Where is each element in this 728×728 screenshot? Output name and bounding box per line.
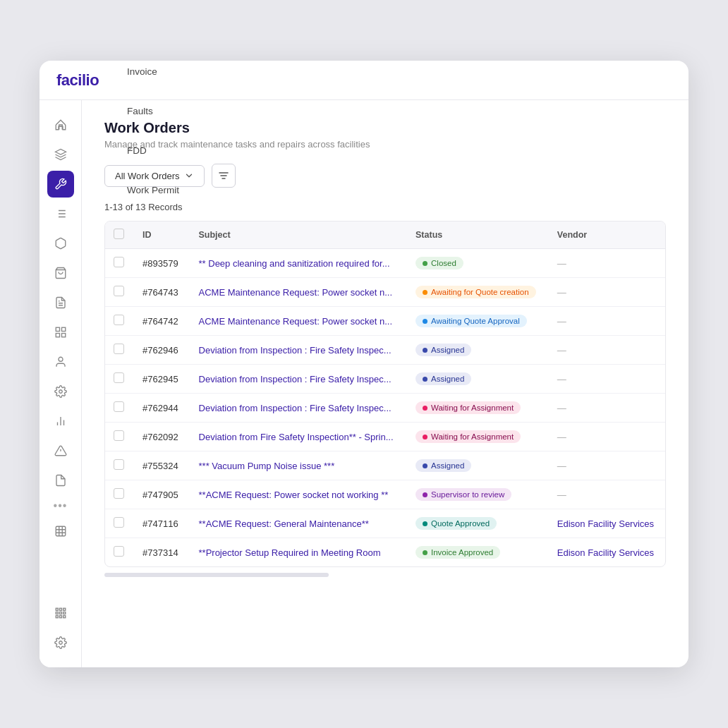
col-status[interactable]: Status [406,222,547,249]
header-checkbox[interactable] [114,229,124,239]
col-subject[interactable]: Subject [189,222,406,249]
filter-label: All Work Orders [115,171,180,181]
row-checkbox-cell [105,423,133,451]
sidebar-icon-8[interactable] [47,348,74,375]
row-checkbox[interactable] [114,315,124,325]
sidebar-icon-0[interactable] [47,111,74,138]
status-dot [423,319,427,324]
row-checkbox[interactable] [114,401,124,412]
table-row: #747116**ACME Request: General Maintenan… [105,509,665,538]
row-status: Waiting for Assignment [406,394,547,423]
filter-dropdown[interactable]: All Work Orders [104,165,205,187]
app-window: facilio Work OrdersPlanned MaintenanceJo… [40,61,688,667]
row-subject[interactable]: *** Vacuum Pump Noise issue *** [189,451,406,480]
svg-rect-11 [63,608,65,610]
sidebar-icon-5[interactable] [47,260,74,286]
svg-rect-16 [59,616,61,618]
status-dot [423,290,427,295]
sidebar-icon-1[interactable] [47,141,74,168]
row-subject[interactable]: Deviation from Inspection : Fire Safety … [189,365,406,394]
row-subject[interactable]: ACME Maintenance Request: Power socket n… [189,307,406,336]
vendor-link[interactable]: Edison Facility Services [557,547,654,558]
row-subject[interactable]: ** Deep cleaning and sanitization requir… [189,249,406,278]
vendor-link[interactable]: Edison Facility Services [557,518,654,529]
row-subject[interactable]: **ACME Request: General Maintenance** [189,509,406,538]
row-subject[interactable]: **Projector Setup Required in Meeting Ro… [189,538,406,567]
status-label: Waiting for Assignment [431,432,514,441]
row-subject[interactable]: Deviation from Inspection : Fire Safety … [189,394,406,423]
row-checkbox[interactable] [114,257,124,267]
row-checkbox[interactable] [114,372,124,383]
row-checkbox-cell [105,480,133,509]
row-checkbox-cell [105,307,133,336]
subject-link[interactable]: Deviation from Inspection : Fire Safety … [199,345,392,356]
filter-icon [218,170,229,181]
subject-link[interactable]: **Projector Setup Required in Meeting Ro… [199,547,381,558]
sidebar-icon-4[interactable] [47,230,74,257]
subject-link[interactable]: *** Vacuum Pump Noise issue *** [199,461,335,471]
sidebar-settings-icon[interactable] [47,629,74,656]
subject-link[interactable]: **ACME Request: Power socket not working… [199,490,389,500]
row-vendor: Edison Facility Services [547,509,665,538]
page-subtitle: Manage and track maintenance tasks and r… [104,139,666,150]
row-checkbox[interactable] [114,517,124,528]
main-content: Work Orders Manage and track maintenance… [82,100,688,667]
row-checkbox[interactable] [114,430,124,441]
col-id[interactable]: ID [133,222,189,249]
subject-link[interactable]: Deviation from Inspection : Fire Safety … [199,403,392,413]
table-row: #755324*** Vacuum Pump Noise issue ***As… [105,451,665,480]
sidebar-icon-7[interactable] [47,319,74,346]
subject-link[interactable]: Deviation from Inspection : Fire Safety … [199,374,392,384]
subject-link[interactable]: **ACME Request: General Maintenance** [199,518,369,529]
sidebar-icon-10[interactable] [47,408,74,435]
row-checkbox[interactable] [114,286,124,296]
status-label: Closed [431,259,456,267]
subject-link[interactable]: ACME Maintenance Request: Power socket n… [199,287,393,298]
row-checkbox[interactable] [114,344,124,354]
row-subject[interactable]: **ACME Request: Power socket not working… [189,480,406,509]
row-checkbox[interactable] [114,488,124,499]
row-status: Awaiting Quote Approval [406,307,547,336]
sidebar-icon-9[interactable] [47,378,74,405]
filter-icon-button[interactable] [212,164,236,188]
svg-point-4 [59,357,63,361]
row-status: Supervisor to review [406,480,547,509]
status-label: Waiting for Assignment [431,404,514,412]
sidebar: ••• [40,100,82,667]
table-row: #764743ACME Maintenance Request: Power s… [105,278,665,307]
subject-link[interactable]: ACME Maintenance Request: Power socket n… [199,316,393,327]
vendor-empty: — [557,461,566,471]
row-checkbox[interactable] [114,459,124,470]
svg-rect-17 [63,616,65,618]
row-vendor: — [547,480,665,509]
row-id: #764743 [133,278,189,307]
nav-item-invoice[interactable]: Invoice [116,61,231,92]
status-dot [423,550,427,555]
horizontal-scrollbar[interactable] [104,573,329,577]
row-subject[interactable]: ACME Maintenance Request: Power socket n… [189,278,406,307]
row-id: #764742 [133,307,189,336]
subject-link[interactable]: ** Deep cleaning and sanitization requir… [199,258,390,269]
vendor-empty: — [557,316,566,327]
col-vendor[interactable]: Vendor [547,222,665,249]
sidebar-icon-2[interactable] [47,171,74,198]
status-label: Awaiting Quote Approval [431,317,520,325]
table-row: #747905**ACME Request: Power socket not … [105,480,665,509]
status-label: Quote Approved [431,519,490,528]
subject-link[interactable]: Deviation from Fire Safety Inspection** … [199,432,394,442]
sidebar-icon-12[interactable] [47,467,74,494]
sidebar-icon-3[interactable] [47,200,74,227]
sidebar-icon-11[interactable] [47,437,74,464]
sidebar-icon-6[interactable] [47,289,74,316]
row-vendor: — [547,451,665,480]
svg-rect-9 [56,608,58,610]
vendor-empty: — [557,403,566,413]
row-subject[interactable]: Deviation from Fire Safety Inspection** … [189,423,406,451]
status-dot [423,348,427,353]
svg-point-5 [59,390,62,394]
row-subject[interactable]: Deviation from Inspection : Fire Safety … [189,336,406,365]
sidebar-apps-icon[interactable] [47,600,74,626]
row-checkbox[interactable] [114,546,124,557]
sidebar-icon-13[interactable] [47,518,74,545]
col-checkbox [105,222,133,249]
